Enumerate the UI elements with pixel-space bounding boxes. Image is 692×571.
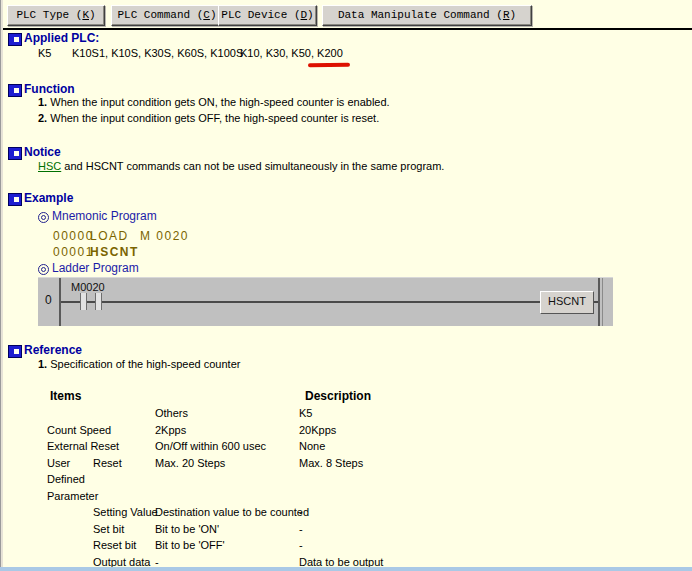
table-row: OthersK5 bbox=[0, 407, 692, 424]
section-title-applied-plc: Applied PLC: bbox=[24, 31, 99, 45]
instruction: HSCNT bbox=[90, 245, 139, 259]
spec-cell: - bbox=[299, 523, 303, 535]
no-contact-symbol bbox=[95, 293, 102, 310]
rung-number: 0 bbox=[45, 293, 52, 307]
section-title-example: Example bbox=[24, 191, 73, 205]
plc-help-page: PLC Type (K) PLC Command (C) PLC Device … bbox=[0, 0, 692, 571]
button-label: PLC Type ( bbox=[16, 9, 82, 21]
table-header-items: Items bbox=[50, 389, 81, 403]
spec-cell: - bbox=[155, 556, 159, 568]
plc-model-group: K5 bbox=[38, 47, 51, 59]
spec-cell: External Reset bbox=[47, 440, 119, 452]
spec-table: OthersK5 Count Speed2Kpps20Kpps External… bbox=[0, 407, 692, 571]
spec-cell: K5 bbox=[299, 407, 312, 419]
spec-cell: Bit to be 'ON' bbox=[155, 523, 219, 535]
right-power-rail-shadow bbox=[602, 278, 603, 326]
mnemonic-key: C bbox=[203, 9, 210, 21]
mnemonic-key: R bbox=[503, 9, 510, 21]
instruction: LOAD bbox=[90, 229, 129, 243]
function-item: 1. When the input condition gets ON, the… bbox=[38, 96, 390, 108]
spec-cell: Destination value to be counted bbox=[155, 506, 309, 518]
reference-item: 1. Specification of the high-speed count… bbox=[38, 358, 240, 370]
section-title-reference: Reference bbox=[24, 343, 82, 357]
function-item: 2. When the input condition gets OFF, th… bbox=[38, 112, 379, 124]
table-row: Reset bitBit to be 'OFF'- bbox=[0, 539, 692, 556]
bullseye-icon bbox=[38, 264, 49, 275]
right-power-rail bbox=[598, 278, 600, 326]
hsc-link[interactable]: HSC bbox=[38, 160, 61, 172]
table-row: External ResetOn/Off within 600 usecNone bbox=[0, 440, 692, 457]
spec-cell: Defined bbox=[47, 473, 85, 485]
plc-device-button[interactable]: PLC Device (D) bbox=[218, 5, 317, 26]
spec-cell: Bit to be 'OFF' bbox=[155, 539, 225, 551]
plc-model-group: K10, K30, K50, K200 bbox=[240, 47, 343, 59]
spec-cell: On/Off within 600 usec bbox=[155, 440, 266, 452]
button-label: PLC Device ( bbox=[221, 9, 300, 21]
spec-cell: None bbox=[299, 440, 325, 452]
button-label: Data Manipulate Command ( bbox=[338, 9, 503, 21]
notice-rest: and HSCNT commands can not be used simul… bbox=[61, 160, 444, 172]
spec-cell: 2Kpps bbox=[155, 424, 186, 436]
list-number: 1. bbox=[38, 358, 47, 370]
spec-cell: - bbox=[299, 506, 303, 518]
spec-cell: Set bit bbox=[93, 523, 124, 535]
table-row: Set bitBit to be 'ON'- bbox=[0, 523, 692, 540]
plc-type-button[interactable]: PLC Type (K) bbox=[7, 5, 105, 26]
contact-label: M0020 bbox=[71, 281, 105, 293]
data-manipulate-command-button[interactable]: Data Manipulate Command (R) bbox=[322, 5, 532, 26]
list-text: Specification of the high-speed counter bbox=[50, 358, 240, 370]
step-address: 00000 bbox=[53, 229, 94, 243]
toolbar-separator bbox=[0, 28, 692, 30]
ladder-diagram: 0 M0020 HSCNT bbox=[38, 277, 613, 326]
spec-cell: Output data bbox=[93, 556, 151, 568]
table-row: UserResetMax. 20 StepsMax. 8 Steps bbox=[0, 457, 692, 474]
bullseye-icon bbox=[38, 212, 49, 223]
book-icon bbox=[8, 345, 22, 358]
plc-command-button[interactable]: PLC Command (C) bbox=[111, 5, 223, 26]
step-address: 00001 bbox=[53, 245, 94, 259]
notice-text: HSC and HSCNT commands can not be used s… bbox=[38, 160, 444, 172]
no-contact-symbol bbox=[80, 293, 87, 310]
book-icon bbox=[8, 33, 22, 46]
plc-model-group: K10S1, K10S, K30S, K60S, K100S bbox=[72, 47, 243, 59]
list-number: 2. bbox=[38, 112, 47, 124]
rung-wire bbox=[61, 301, 598, 303]
section-title-function: Function bbox=[24, 82, 75, 96]
button-label: PLC Command ( bbox=[117, 9, 203, 21]
book-icon bbox=[8, 193, 22, 206]
table-row: Count Speed2Kpps20Kpps bbox=[0, 424, 692, 441]
spec-cell: Setting Value bbox=[93, 506, 158, 518]
table-row: Parameter bbox=[0, 490, 692, 507]
toolbar: PLC Type (K) PLC Command (C) PLC Device … bbox=[0, 0, 692, 28]
spec-cell: Parameter bbox=[47, 490, 98, 502]
spec-cell: - bbox=[299, 539, 303, 551]
window-left-edge-highlight bbox=[1, 0, 3, 571]
spec-cell: Others bbox=[155, 407, 188, 419]
book-icon bbox=[8, 84, 22, 97]
list-text: When the input condition gets OFF, the h… bbox=[50, 112, 379, 124]
spec-cell: Reset bit bbox=[93, 539, 136, 551]
mnemonic-key: K bbox=[82, 9, 89, 21]
table-header-description: Description bbox=[305, 389, 371, 403]
table-row: Setting ValueDestination value to be cou… bbox=[0, 506, 692, 523]
list-number: 1. bbox=[38, 96, 47, 108]
book-icon bbox=[8, 147, 22, 160]
spec-cell: User bbox=[47, 457, 70, 469]
spec-cell: Max. 8 Steps bbox=[299, 457, 363, 469]
window-bottom-edge bbox=[0, 567, 692, 571]
spec-cell: Max. 20 Steps bbox=[155, 457, 225, 469]
spec-cell: Count Speed bbox=[47, 424, 111, 436]
ladder-program-label: Ladder Program bbox=[52, 261, 139, 275]
mnemonic-program-label: Mnemonic Program bbox=[52, 209, 157, 223]
red-underline-annotation bbox=[308, 63, 350, 67]
list-text: When the input condition gets ON, the hi… bbox=[50, 96, 389, 108]
table-row: Defined bbox=[0, 473, 692, 490]
spec-cell: 20Kpps bbox=[299, 424, 336, 436]
output-instruction-box: HSCNT bbox=[540, 291, 594, 314]
spec-cell: Data to be output bbox=[299, 556, 383, 568]
spec-cell: Reset bbox=[93, 457, 122, 469]
operand: M 0020 bbox=[140, 229, 189, 243]
section-title-notice: Notice bbox=[24, 145, 61, 159]
